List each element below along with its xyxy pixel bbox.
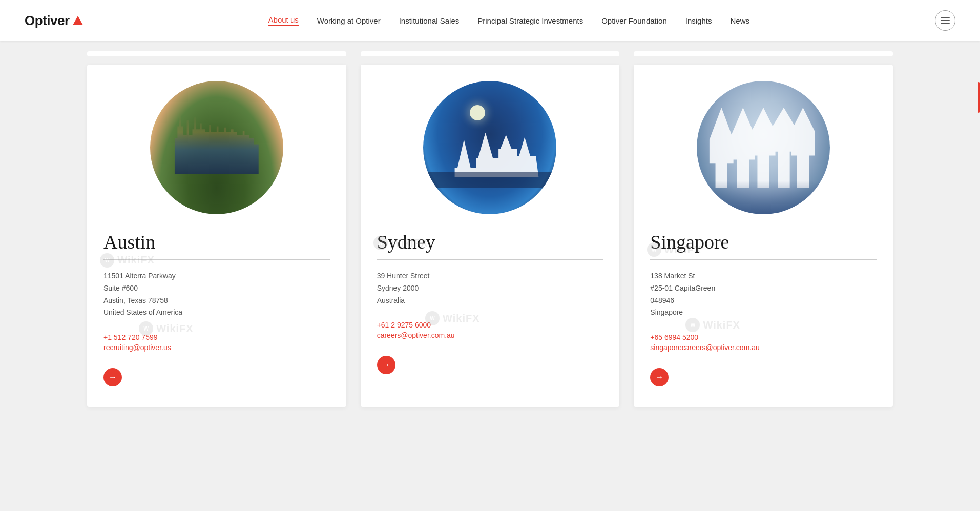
singapore-address-line1: 138 Market St xyxy=(650,270,877,282)
austin-address-line3: Austin, Texas 78758 xyxy=(103,295,330,307)
austin-address-line2: Suite #600 xyxy=(103,282,330,295)
austin-address: 11501 Alterra Parkway Suite #600 Austin,… xyxy=(103,270,330,319)
location-card-singapore: W WikiFX W WikiFX Singapore 138 Market S… xyxy=(634,65,893,407)
sydney-image-wrapper xyxy=(377,81,603,214)
watermark-austin-1: W WikiFX xyxy=(100,253,155,268)
partial-cards-row xyxy=(87,51,893,56)
nav-about-us[interactable]: About us xyxy=(268,15,299,26)
austin-address-line4: United States of America xyxy=(103,306,330,319)
wikifx-logo-icon: W xyxy=(100,253,114,268)
partial-card-1 xyxy=(87,51,346,56)
nav-news[interactable]: News xyxy=(730,16,749,25)
nav-optiver-foundation[interactable]: Optiver Foundation xyxy=(601,16,667,25)
wikifx-text: WikiFX xyxy=(117,254,155,266)
scroll-indicator xyxy=(978,82,980,113)
singapore-city-image xyxy=(697,81,830,214)
sydney-address-line3: Australia xyxy=(377,295,603,307)
austin-image-wrapper xyxy=(103,81,330,214)
header: Optiver About us Working at Optiver Inst… xyxy=(0,0,980,41)
wikifx-logo-icon-sg2: W xyxy=(685,318,700,332)
location-card-sydney: W WikiFX W WikiFX Sydney 39 Hunter Str xyxy=(361,65,620,407)
singapore-divider xyxy=(650,259,877,260)
singapore-image-circle xyxy=(697,81,830,214)
singapore-contact: +65 6994 5200 singaporecareers@optiver.c… xyxy=(650,333,877,352)
austin-email[interactable]: recruiting@optiver.us xyxy=(103,343,330,352)
main-nav: About us Working at Optiver Institutiona… xyxy=(268,15,749,26)
menu-button[interactable] xyxy=(935,10,955,31)
sydney-city-name: Sydney xyxy=(377,231,603,253)
singapore-address-line2: #25-01 CapitaGreen xyxy=(650,282,877,295)
logo-triangle-icon xyxy=(73,16,83,25)
partial-card-2 xyxy=(361,51,620,56)
austin-arrow-button[interactable] xyxy=(103,368,122,386)
nav-insights[interactable]: Insights xyxy=(685,16,712,25)
sydney-email[interactable]: careers@optiver.com.au xyxy=(377,331,603,339)
singapore-address-line3: 048946 xyxy=(650,295,877,307)
sydney-image-circle xyxy=(423,81,556,214)
nav-working-at-optiver[interactable]: Working at Optiver xyxy=(317,16,381,25)
sydney-phone[interactable]: +61 2 9275 6000 xyxy=(377,321,603,329)
singapore-arrow-button[interactable] xyxy=(650,368,669,386)
singapore-address-line4: Singapore xyxy=(650,306,877,319)
singapore-email[interactable]: singaporecareers@optiver.com.au xyxy=(650,343,877,352)
sydney-arrow-button[interactable] xyxy=(377,356,395,374)
partial-card-3 xyxy=(634,51,893,56)
sydney-city-image xyxy=(423,81,556,214)
nav-institutional-sales[interactable]: Institutional Sales xyxy=(399,16,460,25)
sydney-divider xyxy=(377,259,603,260)
austin-divider xyxy=(103,259,330,260)
menu-line-2 xyxy=(941,20,950,21)
austin-city-name: Austin xyxy=(103,231,330,253)
sydney-address-line1: 39 Hunter Street xyxy=(377,270,603,282)
austin-image-circle xyxy=(150,81,283,214)
nav-principal-strategic-investments[interactable]: Principal Strategic Investments xyxy=(477,16,583,25)
singapore-address: 138 Market St #25-01 CapitaGreen 048946 … xyxy=(650,270,877,319)
locations-grid: W WikiFX W WikiFX Austin 11501 Alterra P… xyxy=(87,65,893,407)
logo-link[interactable]: Optiver xyxy=(25,13,83,29)
menu-line-1 xyxy=(941,17,950,18)
singapore-image-wrapper xyxy=(650,81,877,214)
singapore-phone[interactable]: +65 6994 5200 xyxy=(650,333,877,341)
singapore-city-name: Singapore xyxy=(650,231,877,253)
watermark-singapore-2: W WikiFX xyxy=(685,318,740,332)
sydney-contact: +61 2 9275 6000 careers@optiver.com.au xyxy=(377,321,603,339)
austin-phone[interactable]: +1 512 720 7599 xyxy=(103,333,330,341)
sydney-address: 39 Hunter Street Sydney 2000 Australia xyxy=(377,270,603,306)
location-card-austin: W WikiFX W WikiFX Austin 11501 Alterra P… xyxy=(87,65,346,407)
sydney-address-line2: Sydney 2000 xyxy=(377,282,603,295)
austin-contact: +1 512 720 7599 recruiting@optiver.us xyxy=(103,333,330,352)
wikifx-text-2: WikiFX xyxy=(156,323,194,335)
wikifx-text-sg2: WikiFX xyxy=(703,319,740,331)
austin-address-line1: 11501 Alterra Parkway xyxy=(103,270,330,282)
main-content: W WikiFX W WikiFX Austin 11501 Alterra P… xyxy=(0,41,980,511)
austin-city-image xyxy=(150,81,283,214)
menu-line-3 xyxy=(941,23,950,24)
sydney-moon xyxy=(470,105,485,120)
logo-text: Optiver xyxy=(25,13,70,29)
